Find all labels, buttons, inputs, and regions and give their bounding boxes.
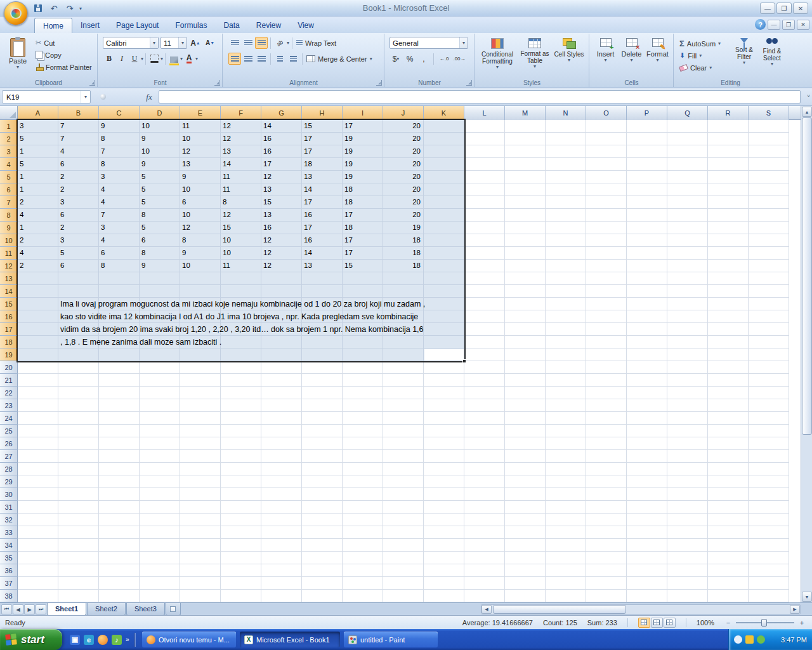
cell-N26[interactable] bbox=[546, 437, 586, 450]
cell-M25[interactable] bbox=[505, 425, 546, 437]
cell-O2[interactable] bbox=[586, 133, 627, 145]
cell-A1[interactable]: 3 bbox=[18, 120, 58, 133]
vertical-scrollbar[interactable]: ▲ ▼ bbox=[801, 106, 812, 602]
cell-P2[interactable] bbox=[627, 133, 667, 145]
chevron-down-icon[interactable]: ▾ bbox=[459, 37, 468, 48]
bold-button[interactable]: B bbox=[103, 53, 115, 65]
decrease-indent-button[interactable] bbox=[273, 53, 286, 65]
cell-L18[interactable] bbox=[464, 336, 505, 348]
cell-O23[interactable] bbox=[586, 399, 627, 412]
cell-R38[interactable] bbox=[708, 590, 749, 602]
cell-I3[interactable]: 19 bbox=[343, 145, 383, 158]
cell-H22[interactable] bbox=[302, 387, 343, 399]
cell-N10[interactable] bbox=[546, 234, 586, 247]
cell-Q7[interactable] bbox=[667, 196, 708, 209]
cell-K29[interactable] bbox=[424, 475, 464, 488]
cell-D4[interactable]: 9 bbox=[140, 158, 180, 171]
next-sheet-icon[interactable]: ▶ bbox=[24, 604, 35, 614]
cell-B13[interactable] bbox=[58, 272, 99, 285]
cell-B14[interactable] bbox=[58, 285, 99, 298]
cell-C37[interactable] bbox=[99, 577, 140, 590]
cell-F9[interactable]: 15 bbox=[221, 222, 261, 234]
cell-D29[interactable] bbox=[140, 475, 180, 488]
cell-S21[interactable] bbox=[749, 374, 789, 387]
cell-J24[interactable] bbox=[383, 412, 424, 425]
cell-S31[interactable] bbox=[749, 501, 789, 514]
cell-J10[interactable]: 18 bbox=[383, 234, 424, 247]
cell-B20[interactable] bbox=[58, 361, 99, 374]
cell-H35[interactable] bbox=[302, 552, 343, 564]
cell-R37[interactable] bbox=[708, 577, 749, 590]
cell-E3[interactable]: 12 bbox=[180, 145, 221, 158]
browser-icon[interactable] bbox=[98, 635, 108, 645]
cell-O30[interactable] bbox=[586, 488, 627, 501]
cell-P4[interactable] bbox=[627, 158, 667, 171]
cell-Q9[interactable] bbox=[667, 222, 708, 234]
cell-O24[interactable] bbox=[586, 412, 627, 425]
font-name-combobox[interactable]: Calibri ▾ bbox=[103, 37, 159, 49]
cell-L11[interactable] bbox=[464, 247, 505, 260]
cell-O31[interactable] bbox=[586, 501, 627, 514]
cell-R26[interactable] bbox=[708, 437, 749, 450]
row-header-35[interactable]: 35 bbox=[0, 552, 18, 564]
cell-F34[interactable] bbox=[221, 539, 261, 552]
start-button[interactable]: start bbox=[0, 629, 62, 650]
cell-O17[interactable] bbox=[586, 323, 627, 336]
cell-G11[interactable]: 12 bbox=[261, 247, 302, 260]
cell-S25[interactable] bbox=[749, 425, 789, 437]
cell-A23[interactable] bbox=[18, 399, 58, 412]
cell-K7[interactable] bbox=[424, 196, 464, 209]
office-button[interactable] bbox=[4, 1, 28, 25]
cell-A2[interactable]: 5 bbox=[18, 133, 58, 145]
cell-J37[interactable] bbox=[383, 577, 424, 590]
cell-B25[interactable] bbox=[58, 425, 99, 437]
cell-E13[interactable] bbox=[180, 272, 221, 285]
cell-A30[interactable] bbox=[18, 488, 58, 501]
column-header-J[interactable]: J bbox=[383, 106, 424, 120]
cell-J19[interactable] bbox=[383, 348, 424, 361]
cell-N34[interactable] bbox=[546, 539, 586, 552]
cell-R1[interactable] bbox=[708, 120, 749, 133]
cell-D23[interactable] bbox=[140, 399, 180, 412]
cell-L36[interactable] bbox=[464, 564, 505, 577]
workbook-close-button[interactable]: ✕ bbox=[797, 20, 809, 30]
cell-I32[interactable] bbox=[343, 514, 383, 526]
cell-O36[interactable] bbox=[586, 564, 627, 577]
autosum-button[interactable]: Σ AutoSum ▾ bbox=[678, 37, 722, 50]
cell-S34[interactable] bbox=[749, 539, 789, 552]
cell-J34[interactable] bbox=[383, 539, 424, 552]
cell-P15[interactable] bbox=[627, 298, 667, 310]
cell-D25[interactable] bbox=[140, 425, 180, 437]
cell-C13[interactable] bbox=[99, 272, 140, 285]
cell-G18[interactable] bbox=[261, 336, 302, 348]
cell-H23[interactable] bbox=[302, 399, 343, 412]
row-header-21[interactable]: 21 bbox=[0, 374, 18, 387]
cell-I28[interactable] bbox=[343, 463, 383, 475]
cell-M35[interactable] bbox=[505, 552, 546, 564]
row-header-1[interactable]: 1 bbox=[0, 120, 18, 133]
cell-P10[interactable] bbox=[627, 234, 667, 247]
cell-P27[interactable] bbox=[627, 450, 667, 463]
row-header-32[interactable]: 32 bbox=[0, 514, 18, 526]
cell-G5[interactable]: 12 bbox=[261, 171, 302, 183]
scroll-left-icon[interactable]: ◀ bbox=[481, 605, 492, 614]
cell-R2[interactable] bbox=[708, 133, 749, 145]
cell-K37[interactable] bbox=[424, 577, 464, 590]
cell-P16[interactable] bbox=[627, 310, 667, 323]
column-header-N[interactable]: N bbox=[546, 106, 586, 120]
cell-H12[interactable]: 13 bbox=[302, 260, 343, 272]
format-painter-button[interactable]: Format Painter bbox=[34, 61, 93, 73]
cell-K20[interactable] bbox=[424, 361, 464, 374]
cell-L4[interactable] bbox=[464, 158, 505, 171]
cell-K2[interactable] bbox=[424, 133, 464, 145]
cell-J11[interactable]: 18 bbox=[383, 247, 424, 260]
cell-I19[interactable] bbox=[343, 348, 383, 361]
cell-K11[interactable] bbox=[424, 247, 464, 260]
cell-Q17[interactable] bbox=[667, 323, 708, 336]
cell-F37[interactable] bbox=[221, 577, 261, 590]
cell-K24[interactable] bbox=[424, 412, 464, 425]
cell-B32[interactable] bbox=[58, 514, 99, 526]
cell-B27[interactable] bbox=[58, 450, 99, 463]
cell-B12[interactable]: 6 bbox=[58, 260, 99, 272]
cell-Q12[interactable] bbox=[667, 260, 708, 272]
